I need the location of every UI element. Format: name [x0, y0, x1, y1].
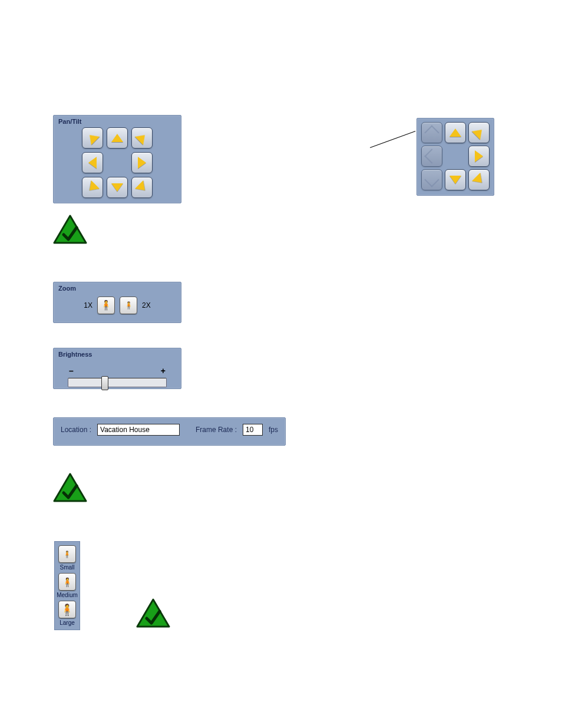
sec-down-right-button[interactable]	[468, 169, 490, 190]
pan-down-left-button[interactable]	[82, 177, 103, 198]
size-small-label: Small	[59, 564, 74, 571]
frame-rate-label: Frame Rate :	[196, 426, 237, 434]
zoom-2x-label: 2X	[142, 301, 151, 309]
size-medium-button[interactable]: 🧍	[58, 573, 76, 591]
pan-up-right-button[interactable]	[131, 127, 153, 149]
brightness-panel: Brightness – +	[53, 348, 181, 389]
sec-up-right-button[interactable]	[468, 122, 490, 143]
brightness-plus-label: +	[161, 366, 166, 375]
pan-left-button[interactable]	[82, 152, 103, 173]
sec-right-button[interactable]	[468, 146, 490, 167]
brightness-slider-thumb[interactable]	[101, 376, 108, 390]
pan-up-button[interactable]	[107, 127, 128, 149]
pan-down-right-button[interactable]	[131, 177, 153, 198]
size-medium-label: Medium	[57, 592, 78, 598]
size-large-label: Large	[59, 620, 75, 626]
person-small-icon: 🧍	[63, 551, 71, 558]
sec-down-left-button[interactable]	[421, 169, 442, 190]
size-large-button[interactable]: 🧍	[58, 601, 76, 618]
zoom-2x-button[interactable]: 🧍	[120, 297, 137, 314]
size-selector-panel: 🧍 Small 🧍 Medium 🧍 Large	[54, 541, 80, 630]
person-small-icon: 🧍	[124, 302, 133, 309]
sec-up-left-button[interactable]	[421, 122, 442, 143]
pan-up-left-button[interactable]	[82, 127, 103, 149]
person-icon: 🧍	[60, 604, 74, 615]
location-input[interactable]	[97, 424, 180, 436]
pan-tilt-panel: Pan/Tilt	[53, 115, 181, 203]
pan-down-button[interactable]	[107, 177, 128, 198]
pan-tilt-title: Pan/Tilt	[58, 118, 176, 125]
brightness-slider[interactable]	[68, 378, 167, 387]
frame-rate-unit: fps	[269, 426, 278, 434]
person-icon: 🧍	[62, 578, 73, 587]
sec-left-button[interactable]	[421, 146, 442, 167]
secondary-pan-panel	[416, 118, 494, 196]
pan-tilt-grid	[58, 127, 176, 198]
brightness-minus-label: –	[69, 366, 74, 375]
brightness-title: Brightness	[58, 351, 176, 358]
location-label: Location :	[61, 426, 91, 434]
connector-line	[370, 131, 415, 148]
frame-rate-input[interactable]	[243, 424, 263, 436]
pan-right-button[interactable]	[131, 152, 153, 173]
zoom-1x-button[interactable]: 🧍	[97, 297, 115, 314]
check-triangle-icon	[53, 215, 87, 244]
zoom-panel: Zoom 1X 🧍 🧍 2X	[53, 282, 181, 323]
sec-up-button[interactable]	[445, 122, 466, 143]
sec-down-button[interactable]	[445, 169, 466, 190]
check-triangle-icon	[53, 473, 87, 502]
zoom-1x-label: 1X	[84, 301, 92, 309]
size-small-button[interactable]: 🧍	[58, 545, 76, 563]
zoom-title: Zoom	[58, 285, 176, 292]
person-icon: 🧍	[100, 301, 112, 310]
location-framerate-panel: Location : Frame Rate : fps	[53, 417, 286, 446]
check-triangle-icon	[136, 598, 170, 628]
